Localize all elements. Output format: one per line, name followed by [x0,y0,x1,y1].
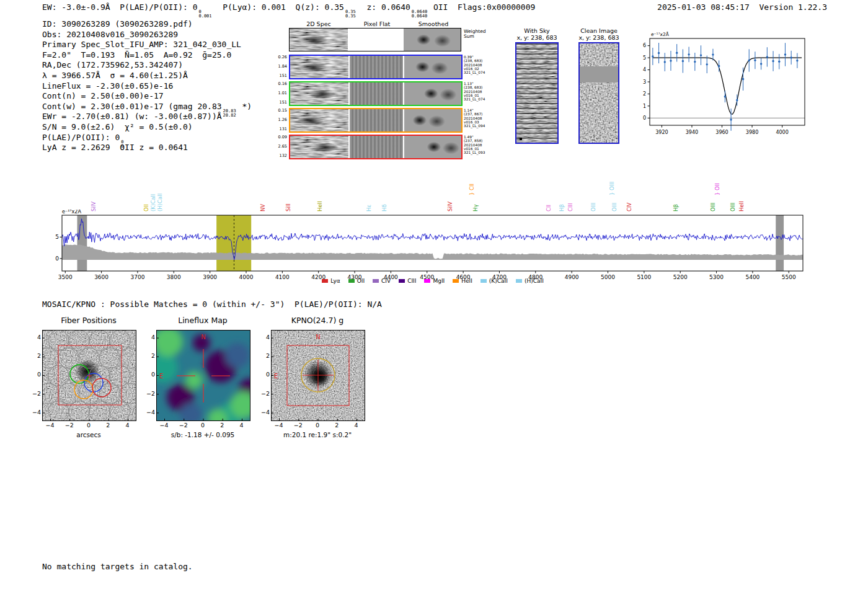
fiber-left-value: 1.26 [278,117,287,122]
fiber-row-left-labels: 0.151.26131 [272,108,287,131]
spec2d-cell [290,29,348,51]
data-point [712,53,714,55]
with-sky-coords: x, y: 238, 683 [512,34,562,41]
kpno-g-panel: KPNO(24.7) g NE m:20.1 re:1.9" s:0.2" −4… [264,313,378,440]
lineflux-map-svg: NE [157,331,250,420]
data-point [670,60,671,61]
kpno-g-title: KPNO(24.7) g [267,316,368,325]
info-text: LineFlux = -2.30(±0.65)e-16 [42,81,173,91]
info-line: LyA z = 2.2629 OII z = 0.0641 [42,143,252,153]
x-tick-label: 4 [235,422,249,429]
legend-label: HeII [461,278,472,284]
info-line: S/N = 9.0(±2.6) χ² = 0.5(±0.0) [42,122,252,133]
x-tick-label: 2 [215,422,229,429]
data-point [736,99,738,101]
fiber-left-value: 131 [280,127,287,131]
legend-item: OII [348,278,365,284]
data-point [700,54,702,56]
data-point [694,61,696,63]
stacked-fraction: 0.350.35 [345,10,356,19]
info-line: Cont(w) = 2.30(±0.01)e-17 (gmag 20.8320.… [42,102,252,112]
y-tick-label: 0 [261,371,270,378]
info-text: ID: 3090263289 (3090263289.pdf) [42,19,193,29]
smooth-cell [404,82,461,105]
stacked-sub: 0.35 [345,14,356,19]
data-point [730,118,732,120]
x-tick-label: 0 [311,422,324,429]
twod-fiber-row [289,81,463,106]
legend-item: CIII [399,278,416,284]
data-point [748,60,750,61]
info-line: P(LAE)/P(OII): 000 [42,133,252,143]
compass-north-label: N [316,334,320,340]
x-tick-label: −4 [157,422,171,429]
line-fit-inset-plot: 392039403960398040000123456e⁻¹⁷x2Å [642,31,811,141]
data-point [676,52,678,54]
dark-smudge [290,136,348,158]
legend-swatch [516,279,522,283]
fiber-left-value: 0.16 [278,81,287,86]
y-tick-label: −2 [261,390,270,397]
fiber-row-left-labels: 0.161.01151 [272,81,287,105]
info-line: Cont(n) = 2.50(±0.00)e-17 [42,91,252,102]
y-tick-label: 5 [55,234,59,240]
fiber-left-value: 151 [280,100,287,105]
fiber-left-value: 0.26 [278,55,287,60]
x-tick-label: 0 [82,422,95,429]
header-text: P(LAE)/P(OII): 0 [120,2,197,12]
y-tick-label: 0 [32,371,41,378]
data-point [718,65,720,67]
info-line: EWr = -2.70(±0.81) (w: -3.00(±0.87))Å [42,112,252,122]
data-point [652,55,653,57]
legend-swatch [453,279,459,283]
compass-east-label: E [159,373,163,380]
twod-spec-panel: 2D SpecPixel FlatSmoothedWeightedSum0.26… [289,20,463,163]
fiber-left-value: 0.15 [278,108,287,113]
line-label: (K)CaII [150,194,156,211]
elixer-detection-report: EW: -3.0±-0.9Å P(LAE)/P(OII): 000.001 P(… [0,0,868,591]
info-text: LyA z = 2.2629 OII z = 0.0641 [42,143,188,152]
twod-col-header: 2D Spec [289,20,348,27]
info-text: λ = 3966.57Å σ = 4.60(±1.25)Å [42,71,188,80]
x-tick-label: 3920 [655,130,668,135]
fiber-row-right-labels: 1.13"(238, 683)20210408v016_01321_LL_074 [464,82,497,101]
twod-row-weighted [289,28,461,51]
fiber-row-left-labels: 0.261.84151 [272,55,287,78]
info-line: λ = 3966.57Å σ = 4.60(±1.25)Å [42,71,252,81]
y-tick-label: 4 [643,67,646,73]
fiber-left-value: 1.01 [278,91,287,96]
data-point [742,78,744,80]
smooth-cell [404,29,461,51]
header-summary: EW: -3.0±-0.9Å P(LAE)/P(OII): 000.001 P(… [42,2,535,19]
y-tick-label: −2 [146,390,155,397]
x-tick-label: −2 [177,422,190,429]
masked-band [776,215,784,271]
y-tick-label: 2 [643,91,646,97]
fiber-right-value: 321_LL_094 [464,124,497,128]
data-point [760,63,762,64]
fiber-left-value: 151 [280,73,287,78]
clean-image-coords: x, y: 238, 683 [575,34,622,41]
noise-rect [580,43,618,143]
y-tick-label: 4 [146,334,155,340]
legend-item: (K)CaII [480,278,508,284]
y-tick-label: 6 [643,43,646,48]
spectrum-legend: LyαOIICIVCIIIMgIIHeII(K)CaII(H)CaII [55,278,811,284]
legend-swatch [373,279,379,283]
legend-label: Lyα [330,278,340,284]
fiber-positions-xlabel: arcsecs [35,431,143,438]
footer-notes: No matching targets in catalog. Row inte… [42,543,193,591]
data-point [790,56,792,58]
flat-cell [350,136,403,158]
fiber-right-value: 321_LL_093 [464,151,497,154]
spec2d-cell [290,136,348,158]
legend-label: OII [357,278,365,284]
axes-box [62,215,803,271]
map-blob [225,343,250,368]
units-label: e⁻¹⁷x2Å [62,210,81,215]
masked-row-band [580,66,618,82]
smooth-blobs [404,56,461,78]
y-tick-label: 3 [643,79,646,85]
flat-cell [350,82,403,105]
smooth-blobs [404,109,461,131]
